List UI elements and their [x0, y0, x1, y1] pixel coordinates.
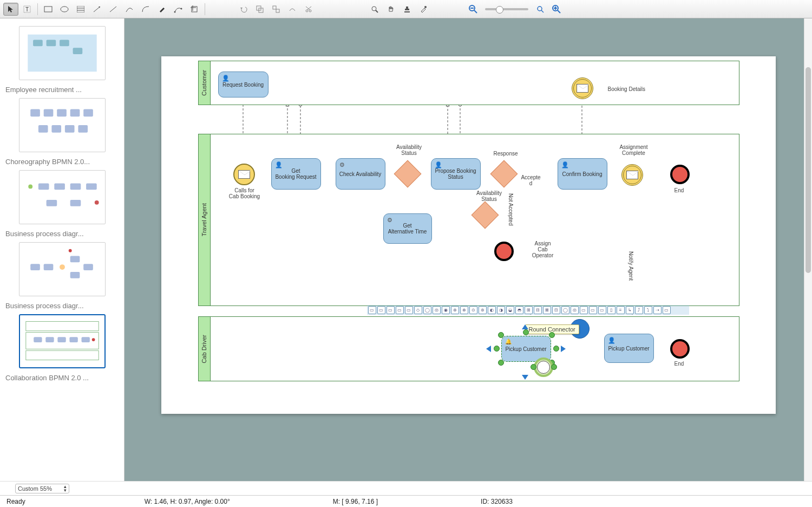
sel-arrow-down[interactable] [522, 375, 528, 380]
shape-picker-bar[interactable]: ▭▭▭▭▭◇◯◎◉⊕⊗⊙⊛◐◑◒◓⊞⊟⊠⊡◯◎▭▭▭▯≡↳⤴⤵⇢▭ [367, 305, 689, 315]
ellipse-tool[interactable] [57, 3, 72, 16]
crop-tool[interactable] [187, 3, 202, 16]
pool-cab-driver[interactable]: Cab Driver [198, 316, 739, 381]
end-event-1[interactable] [494, 242, 514, 261]
task-propose-booking-status[interactable]: 👤Propose Booking Status [431, 158, 481, 190]
shape-opt[interactable]: ⊗ [460, 306, 468, 314]
arc-tool[interactable] [138, 3, 153, 16]
zoom-slider[interactable] [485, 8, 528, 10]
shape-opt[interactable]: ◉ [442, 306, 450, 314]
shape-opt[interactable]: ◎ [433, 306, 441, 314]
shape-opt[interactable]: ⤵ [644, 306, 652, 314]
shape-opt[interactable]: ⊙ [469, 306, 477, 314]
shape-opt[interactable]: ◒ [506, 306, 514, 314]
sel-arrow-left[interactable] [486, 346, 491, 352]
sel-handle[interactable] [523, 329, 529, 335]
task-request-booking[interactable]: 👤Request Booking [218, 72, 269, 98]
shape-opt[interactable]: ◇ [414, 306, 422, 314]
page-thumb-2[interactable] [19, 170, 106, 224]
shape-opt[interactable]: ▭ [598, 306, 606, 314]
svg-point-70 [91, 338, 95, 341]
shape-opt[interactable]: ▭ [589, 306, 597, 314]
zoom-in-btn[interactable] [549, 3, 564, 16]
zoom-tool[interactable] [367, 3, 382, 16]
hand-tool[interactable] [383, 3, 398, 16]
page-thumb-3[interactable] [19, 242, 106, 296]
sel-handle[interactable] [549, 332, 555, 338]
task-get-alt-time[interactable]: ⚙Get Alternative Time [383, 213, 432, 244]
svg-point-23 [424, 6, 427, 8]
shape-opt[interactable]: ◯ [561, 306, 569, 314]
vertical-scrollbar[interactable] [804, 18, 812, 481]
pages-sidebar: Employee recruitment ... Choreography BP… [0, 18, 125, 481]
canvas-viewport[interactable]: Customer 👤Request Booking Booking Detail… [125, 18, 812, 481]
diagram-canvas[interactable]: Customer 👤Request Booking Booking Detail… [161, 56, 776, 414]
sel-arrow-up[interactable] [522, 324, 528, 329]
page-thumb-1[interactable] [19, 98, 106, 152]
shape-opt[interactable]: ⊡ [552, 306, 560, 314]
line-tool[interactable] [106, 3, 121, 16]
sel-handle[interactable] [494, 346, 500, 352]
page-thumb-4[interactable] [19, 314, 106, 368]
eyedropper-tool[interactable] [416, 3, 431, 16]
table-tool[interactable] [73, 3, 88, 16]
ungroup-tool[interactable] [269, 3, 284, 16]
shape-opt[interactable]: ◐ [488, 306, 496, 314]
shape-opt[interactable]: ◯ [423, 306, 431, 314]
shape-opt[interactable]: ⊕ [451, 306, 459, 314]
shape-opt[interactable]: ⤴ [635, 306, 643, 314]
sel-handle[interactable] [551, 364, 557, 370]
shape-opt[interactable]: ◓ [515, 306, 523, 314]
shape-opt[interactable]: ▭ [663, 306, 671, 314]
shape-opt[interactable]: ⊠ [543, 306, 551, 314]
zoom-fit-btn[interactable] [533, 3, 548, 16]
shape-opt[interactable]: ▭ [387, 306, 395, 314]
end-event-3[interactable] [670, 339, 690, 359]
task-pickup-customer-2[interactable]: 👤Pickup Customer [604, 334, 654, 363]
shape-opt[interactable]: ▭ [405, 306, 413, 314]
zoom-select[interactable]: Custom 55%▴▾ [15, 484, 69, 493]
shape-opt[interactable]: ↳ [626, 306, 634, 314]
sel-handle[interactable] [498, 332, 504, 338]
message-event-assignment[interactable] [621, 164, 643, 186]
pool-customer[interactable]: Customer [198, 61, 739, 105]
stamp-tool[interactable] [400, 3, 415, 16]
shape-opt[interactable]: ▭ [396, 306, 404, 314]
undo-tool[interactable] [236, 3, 251, 16]
message-event-booking-details[interactable] [572, 77, 593, 99]
task-confirm-booking[interactable]: 👤Confirm Booking [558, 158, 607, 190]
start-event-calls[interactable] [233, 164, 255, 185]
curve-tool[interactable] [122, 3, 137, 16]
timer-event[interactable] [534, 358, 553, 377]
shape-opt[interactable]: ⇢ [653, 306, 662, 314]
task-get-booking-request[interactable]: 👤Get Booking Request [271, 158, 321, 190]
shape-opt[interactable]: ▭ [580, 306, 588, 314]
shape-opt[interactable]: ⊛ [479, 306, 487, 314]
group-tool[interactable] [252, 3, 267, 16]
shape-opt[interactable]: ▭ [368, 306, 376, 314]
sel-handle[interactable] [531, 364, 536, 370]
task-check-availability[interactable]: ⚙Check Availability [336, 158, 385, 190]
shape-opt[interactable]: ▯ [607, 306, 615, 314]
sel-handle[interactable] [498, 360, 504, 366]
shape-opt[interactable]: ⊟ [534, 306, 542, 314]
text-tool[interactable]: T [19, 3, 35, 16]
shape-opt[interactable]: ⊞ [525, 306, 533, 314]
sel-arrow-right[interactable] [561, 346, 566, 352]
page-thumb-0[interactable] [19, 26, 106, 80]
shape-opt[interactable]: ◎ [571, 306, 579, 314]
path-edit-tool[interactable] [171, 3, 186, 16]
shape-opt[interactable]: ◑ [497, 306, 505, 314]
rect-tool[interactable] [41, 3, 56, 16]
shape-opt[interactable]: ▭ [377, 306, 385, 314]
end-event-2[interactable] [670, 165, 690, 184]
path-op-tool[interactable] [285, 3, 300, 16]
connector-tool[interactable] [89, 3, 104, 16]
pointer-tool[interactable] [3, 3, 18, 16]
zoom-out-btn[interactable] [466, 3, 481, 16]
pen-tool[interactable] [154, 3, 169, 16]
sel-handle[interactable] [553, 346, 559, 352]
shape-opt[interactable]: ≡ [617, 306, 625, 314]
zoom-control-bar: Custom 55%▴▾ [0, 481, 812, 495]
scissors-tool[interactable] [301, 3, 316, 16]
